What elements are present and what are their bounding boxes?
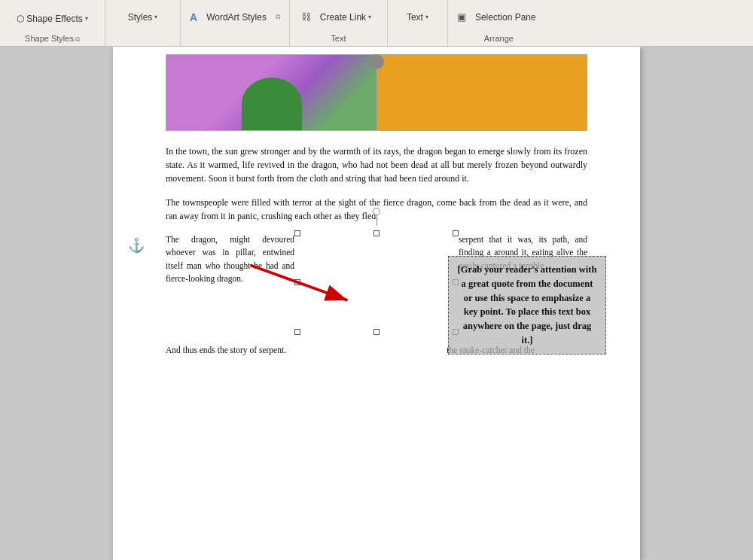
shape-effects-button[interactable]: ⬡ Shape Effects ▾ — [12, 12, 93, 26]
text-section-label: Text — [331, 34, 346, 44]
handle-tr[interactable] — [453, 230, 459, 236]
create-link-button[interactable]: Create Link ▾ — [316, 11, 376, 24]
styles-section: Styles ▾ — [105, 0, 181, 46]
col-left: The dragon, might devoured whoever was i… — [166, 233, 297, 332]
shape-styles-label: Shape Styles — [25, 34, 74, 44]
shape-effects-icon: ⬡ — [17, 14, 24, 24]
col-middle: [Grab your reader's attention with a gre… — [297, 233, 456, 332]
shape-effects-dropdown-arrow: ▾ — [85, 15, 88, 22]
selection-pane-button[interactable]: Selection Pane — [471, 11, 541, 24]
handle-bl[interactable] — [294, 329, 300, 335]
image-right[interactable] — [376, 55, 587, 130]
styles-label — [142, 34, 144, 44]
text-sub-label — [416, 34, 419, 44]
link-icon: ⛓ — [301, 11, 311, 23]
multi-col-area: ⚓ The dragon, might devoured whoever was… — [166, 233, 587, 332]
create-link-section: ⛓ Create Link ▾ Text — [290, 0, 388, 46]
text-dropdown-arrow: ▾ — [425, 14, 428, 20]
wordart-expand-icon[interactable]: ⧉ — [276, 13, 280, 21]
text-icon: A — [190, 11, 197, 23]
styles-button[interactable]: Styles ▾ — [123, 11, 163, 24]
arrange-label: Arrange — [484, 34, 514, 44]
last-para-middle — [306, 344, 447, 357]
paragraph-1: In the town, the sun grew stronger and b… — [166, 145, 587, 185]
wordart-styles-button[interactable]: WordArt Styles — [202, 11, 271, 24]
wordart-label — [233, 34, 236, 44]
styles-dropdown-arrow: ▾ — [154, 14, 157, 20]
arrange-section: ▣ Selection Pane Arrange — [448, 0, 550, 46]
shape-styles-expand-icon[interactable]: ⧉ — [75, 35, 80, 44]
shape-styles-section: ⬡ Shape Effects ▾ Shape Styles ⧉ — [0, 0, 105, 46]
rotation-line — [376, 215, 377, 226]
create-link-dropdown-arrow: ▾ — [368, 14, 371, 20]
text-section: Text ▾ — [388, 0, 448, 46]
last-para-left: And thus ends the story of serpent. — [166, 344, 306, 357]
images-row — [166, 54, 587, 131]
handle-bc[interactable] — [373, 329, 380, 335]
ribbon-toolbar: ⬡ Shape Effects ▾ Shape Styles ⧉ Styles … — [0, 0, 753, 47]
text-button[interactable]: Text ▾ — [402, 11, 433, 24]
page: In the town, the sun grew stronger and b… — [113, 47, 640, 560]
textbox-container: [Grab your reader's attention with a gre… — [297, 233, 456, 332]
selection-pane-icon: ▣ — [457, 11, 466, 23]
pull-quote-textbox[interactable]: [Grab your reader's attention with a gre… — [448, 256, 606, 355]
handle-tc[interactable] — [373, 230, 380, 236]
image-left[interactable] — [166, 55, 376, 130]
document-area: In the town, the sun grew stronger and b… — [0, 47, 753, 560]
handle-tl[interactable] — [294, 230, 300, 236]
wordart-styles-section: A WordArt Styles ⧉ — [181, 0, 290, 46]
rotation-handle[interactable] — [373, 208, 380, 215]
handle-ml[interactable] — [294, 279, 300, 285]
anchor-icon: ⚓ — [128, 237, 145, 254]
text-columns: The dragon, might devoured whoever was i… — [166, 233, 587, 332]
